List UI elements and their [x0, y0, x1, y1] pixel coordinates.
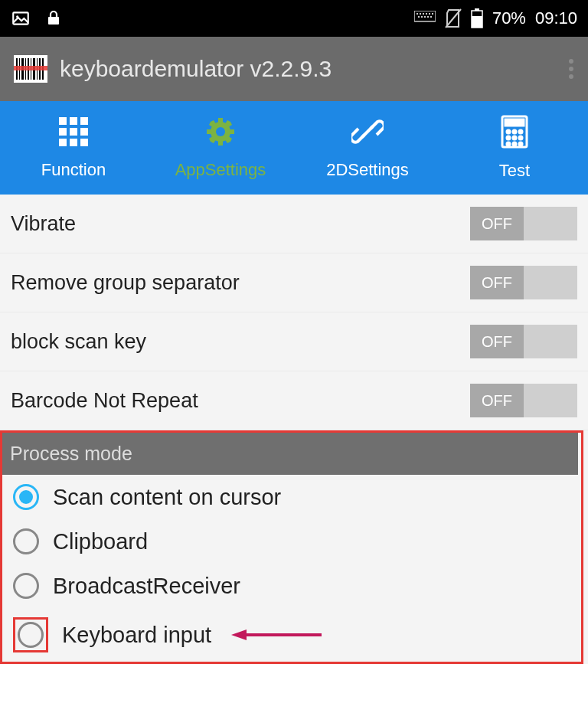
- setting-label: Barcode Not Repeat: [11, 389, 198, 413]
- svg-rect-34: [59, 117, 67, 125]
- radio-icon: [13, 528, 39, 554]
- battery-icon: [471, 8, 483, 28]
- barcode-icon: [14, 55, 47, 83]
- svg-point-52: [507, 136, 510, 139]
- tab-label: 2DSettings: [326, 160, 409, 180]
- tab-label: AppSettings: [175, 160, 266, 180]
- toggle-state: OFF: [470, 266, 524, 299]
- clock-time: 09:10: [535, 8, 577, 28]
- svg-marker-59: [231, 630, 247, 640]
- app-title: keyboardemulator v2.2.9.3: [60, 56, 332, 82]
- tab-test[interactable]: Test: [441, 101, 588, 195]
- svg-point-53: [513, 136, 516, 139]
- setting-remove-group-separator: Remove group separator OFF: [0, 253, 588, 312]
- tab-appsettings[interactable]: AppSettings: [147, 101, 294, 195]
- setting-barcode-not-repeat: Barcode Not Repeat OFF: [0, 371, 588, 430]
- svg-line-46: [362, 126, 373, 137]
- tab-label: Function: [41, 160, 106, 180]
- toggle-state: OFF: [470, 384, 524, 417]
- annotation-arrow-icon: [231, 627, 323, 643]
- radio-label: Scan content on cursor: [53, 485, 281, 510]
- svg-point-33: [569, 74, 573, 79]
- svg-rect-13: [427, 16, 429, 18]
- svg-rect-35: [70, 117, 77, 125]
- radio-scan-content-on-cursor[interactable]: Scan content on cursor: [2, 475, 578, 519]
- svg-rect-30: [14, 66, 47, 70]
- section-header-process-mode: Process mode: [2, 433, 578, 475]
- svg-rect-4: [416, 13, 418, 15]
- annotation-radio-highlight: [13, 617, 48, 652]
- setting-label: Vibrate: [11, 212, 76, 236]
- radio-icon: [18, 622, 44, 648]
- svg-rect-7: [426, 13, 427, 15]
- toggle-remove-group-separator[interactable]: OFF: [470, 266, 577, 299]
- toggle-state: OFF: [470, 325, 524, 358]
- svg-point-45: [216, 127, 225, 136]
- radio-icon: [13, 484, 39, 510]
- status-bar: 70% 09:10: [0, 0, 588, 37]
- svg-point-56: [513, 142, 516, 146]
- svg-rect-48: [505, 119, 524, 126]
- svg-point-57: [519, 142, 522, 146]
- svg-point-55: [507, 142, 510, 146]
- tab-2dsettings[interactable]: 2DSettings: [294, 101, 441, 195]
- lock-icon: [44, 9, 63, 28]
- svg-rect-42: [80, 139, 88, 146]
- setting-block-scan-key: block scan key OFF: [0, 312, 588, 371]
- svg-rect-5: [420, 13, 421, 15]
- tab-bar: Function AppSettings 2DSettings Test: [0, 101, 588, 195]
- keyboard-icon: [414, 11, 436, 26]
- toggle-vibrate[interactable]: OFF: [470, 207, 577, 240]
- radio-label: Keyboard input: [62, 623, 211, 648]
- toggle-barcode-not-repeat[interactable]: OFF: [470, 384, 577, 417]
- grid-icon: [57, 116, 90, 152]
- svg-rect-38: [70, 128, 77, 136]
- svg-rect-18: [472, 16, 482, 28]
- svg-point-50: [513, 130, 516, 133]
- link-icon: [351, 116, 384, 152]
- radio-icon: [13, 573, 39, 599]
- svg-rect-37: [59, 128, 67, 136]
- svg-rect-10: [418, 16, 420, 18]
- setting-label: block scan key: [11, 330, 146, 354]
- gear-icon: [204, 116, 237, 152]
- app-bar: keyboardemulator v2.2.9.3: [0, 37, 588, 101]
- svg-rect-41: [70, 139, 77, 146]
- radio-keyboard-input[interactable]: Keyboard input: [2, 608, 578, 662]
- no-sim-icon: [445, 8, 462, 28]
- svg-point-54: [519, 136, 522, 139]
- radio-label: Clipboard: [53, 529, 148, 554]
- radio-label: BroadcastReceiver: [53, 574, 240, 599]
- svg-rect-14: [430, 16, 432, 18]
- setting-vibrate: Vibrate OFF: [0, 195, 588, 253]
- svg-rect-12: [424, 16, 426, 18]
- tab-function[interactable]: Function: [0, 101, 147, 195]
- tab-label: Test: [499, 161, 530, 181]
- toggle-block-scan-key[interactable]: OFF: [470, 325, 577, 358]
- svg-rect-39: [80, 128, 88, 136]
- toggle-state: OFF: [470, 207, 524, 240]
- svg-rect-6: [423, 13, 424, 15]
- svg-point-49: [507, 130, 510, 133]
- svg-point-31: [569, 59, 573, 64]
- svg-rect-11: [421, 16, 423, 18]
- setting-label: Remove group separator: [11, 271, 240, 295]
- calculator-icon: [501, 115, 528, 153]
- radio-clipboard[interactable]: Clipboard: [2, 519, 578, 564]
- svg-rect-2: [48, 17, 59, 25]
- annotation-highlight-box: Process mode Scan content on cursor Clip…: [0, 430, 583, 664]
- settings-list: Vibrate OFF Remove group separator OFF b…: [0, 195, 588, 664]
- svg-point-51: [519, 130, 522, 133]
- svg-rect-9: [432, 13, 433, 15]
- svg-rect-8: [429, 13, 430, 15]
- svg-rect-0: [13, 12, 28, 24]
- radio-broadcastreceiver[interactable]: BroadcastReceiver: [2, 564, 578, 608]
- image-icon: [11, 8, 31, 28]
- overflow-menu-icon[interactable]: [568, 58, 574, 80]
- svg-point-32: [569, 67, 573, 71]
- battery-percent: 70%: [492, 8, 526, 28]
- svg-rect-40: [59, 139, 67, 146]
- svg-rect-36: [80, 117, 88, 125]
